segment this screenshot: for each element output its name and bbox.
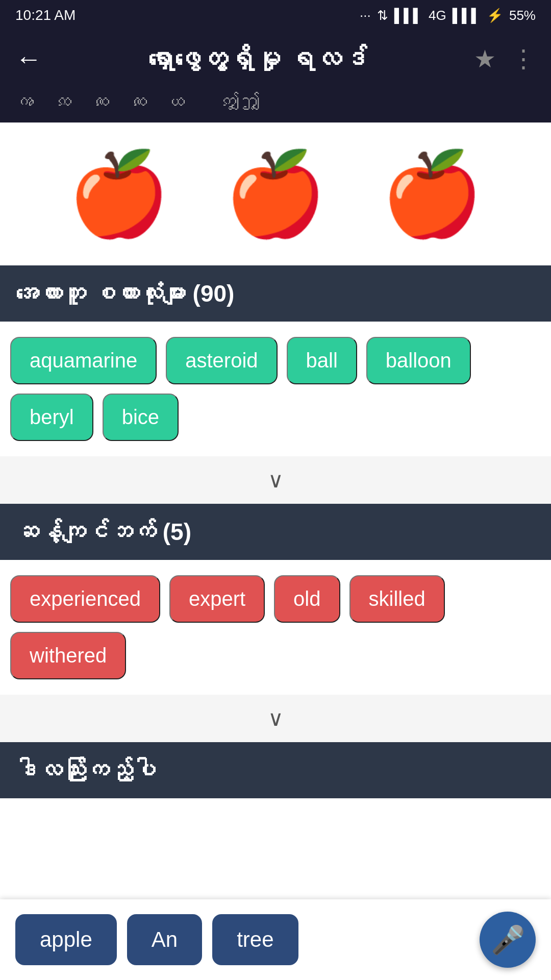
status-signal2: ▌▌▌ xyxy=(453,8,481,23)
subtitle-bar: ꩠ ꩡ ꩣ ꩣ ꩤ ꩵꩶ xyxy=(0,87,551,122)
synonym-section-header: ဆန့်ကျင်ဘက် (5) xyxy=(0,504,551,560)
synonym-tags-container: experienced expert old skilled withered xyxy=(0,560,551,695)
status-arrows: ⇅ xyxy=(377,8,388,23)
tag-old[interactable]: old xyxy=(274,575,340,623)
status-time: 10:21 AM xyxy=(15,7,76,23)
chevron-down-icon: ∨ xyxy=(268,468,284,493)
nav-title: ရှာဖွေတွေ့ရှိမှု ရလဒ် xyxy=(57,43,459,74)
chevron-down-icon-2: ∨ xyxy=(268,706,284,731)
tag-withered[interactable]: withered xyxy=(10,632,126,679)
synonym-section-title: ဆန့်ကျင်ဘက် (5) xyxy=(15,519,191,545)
menu-icon[interactable]: ⋮ xyxy=(511,44,536,73)
tag-asteroid[interactable]: asteroid xyxy=(166,337,277,384)
apple-section: 🍎 🍎 🍎 xyxy=(0,122,551,265)
apple-image-3: 🍎 xyxy=(381,153,483,235)
tag-ball[interactable]: ball xyxy=(287,337,357,384)
color-tags-container: aquamarine asteroid ball balloon beryl b… xyxy=(0,322,551,456)
bottom-bar: apple An tree 🎤 xyxy=(0,899,551,980)
status-signal: ▌▌▌ xyxy=(394,8,422,23)
status-battery: 55% xyxy=(509,8,536,23)
tag-aquamarine[interactable]: aquamarine xyxy=(10,337,157,384)
mic-icon: 🎤 xyxy=(491,924,525,956)
subtitle-text: ꩠ ꩡ ꩣ ꩣ ꩤ ꩵꩶ xyxy=(15,91,261,112)
tag-bice[interactable]: bice xyxy=(103,394,179,441)
bottom-word-an[interactable]: An xyxy=(127,914,202,965)
bottom-word-apple[interactable]: apple xyxy=(15,914,117,965)
status-bar: 10:21 AM ··· ⇅ ▌▌▌ 4G ▌▌▌ ⚡ 55% xyxy=(0,0,551,31)
bottom-word-tree[interactable]: tree xyxy=(212,914,298,965)
nav-bar: ← ရှာဖွေတွေ့ရှိမှု ရလဒ် ★ ⋮ xyxy=(0,31,551,87)
example-section-title: ဒါလည်းကြည့်ပါ xyxy=(15,757,156,783)
mic-button[interactable]: 🎤 xyxy=(480,912,536,968)
example-section-header: ဒါလည်းကြည့်ပါ xyxy=(0,742,551,798)
color-section-header: အလေားတူ စကားလုံးများ (90) xyxy=(0,265,551,322)
tag-expert[interactable]: expert xyxy=(169,575,265,623)
status-bolt: ⚡ xyxy=(487,8,503,23)
nav-icons: ★ ⋮ xyxy=(474,44,536,73)
color-section-title: အလေားတူ စကားလုံးများ (90) xyxy=(15,280,234,307)
status-dots: ··· xyxy=(360,8,371,23)
tag-balloon[interactable]: balloon xyxy=(366,337,471,384)
bookmark-icon[interactable]: ★ xyxy=(474,44,496,73)
back-button[interactable]: ← xyxy=(15,43,42,74)
status-network: 4G xyxy=(429,8,446,23)
example-words-container xyxy=(0,798,551,890)
tag-skilled[interactable]: skilled xyxy=(349,575,445,623)
status-right: ··· ⇅ ▌▌▌ 4G ▌▌▌ ⚡ 55% xyxy=(360,8,536,23)
tag-experienced[interactable]: experienced xyxy=(10,575,160,623)
apple-image-2: 🍎 xyxy=(224,153,327,235)
apple-image-1: 🍎 xyxy=(68,153,170,235)
expand-synonym-button[interactable]: ∨ xyxy=(0,695,551,742)
expand-color-button[interactable]: ∨ xyxy=(0,456,551,504)
tag-beryl[interactable]: beryl xyxy=(10,394,93,441)
